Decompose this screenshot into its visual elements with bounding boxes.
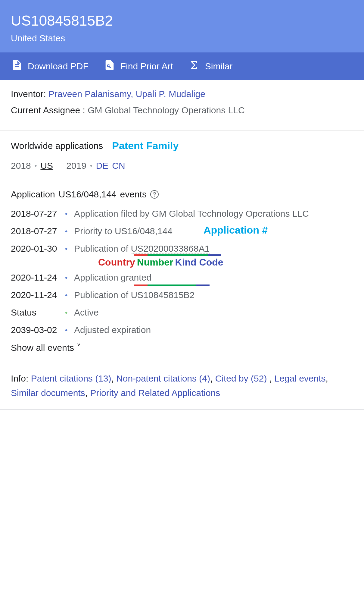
bullet-dot: • <box>35 162 37 170</box>
info-link[interactable]: Patent citations (13) <box>31 373 111 383</box>
document-icon <box>11 59 23 73</box>
inventor-label: Inventor: <box>11 89 46 99</box>
event-desc: Publication of US10845815B2 <box>74 290 353 300</box>
event-row: 2018-07-27 • Priority to US16/048,144 Ap… <box>11 226 353 237</box>
assignee-label[interactable]: Current Assignee <box>11 105 80 116</box>
similar-button[interactable]: Similar <box>188 59 233 73</box>
sigma-icon <box>188 59 200 73</box>
event-desc: Application granted <box>74 272 353 283</box>
event-row: 2020-11-24 • Publication of US10845815B2 <box>11 290 353 301</box>
patent-card: US10845815B2 United States Download PDF … <box>0 0 364 410</box>
bullet-icon: • <box>65 226 74 237</box>
event-desc: Publication of US20200033868A1 Country N… <box>74 244 353 254</box>
event-desc: Adjusted expiration <box>74 325 353 335</box>
toolbar: Download PDF Find Prior Art Similar <box>0 52 364 80</box>
similar-label: Similar <box>205 61 233 71</box>
event-row: 2020-11-24 • Application granted <box>11 272 353 283</box>
download-pdf-label: Download PDF <box>28 61 89 71</box>
event-date: 2039-03-02 <box>11 325 65 335</box>
find-prior-art-label: Find Prior Art <box>120 61 173 71</box>
bullet-icon: • <box>65 290 74 301</box>
info-label: Info: <box>11 373 28 383</box>
worldwide-row: Worldwide applications Patent Family <box>11 140 353 152</box>
patent-number-title: US10845815B2 <box>11 12 353 29</box>
search-doc-icon <box>104 59 116 73</box>
help-icon[interactable]: ? <box>150 190 159 199</box>
event-date: 2020-01-30 <box>11 244 65 254</box>
bullet-dot: • <box>90 162 92 170</box>
event-date: 2020-11-24 <box>11 290 65 300</box>
inventor-link[interactable]: Praveen Palanisamy <box>48 89 131 99</box>
worldwide-title: Worldwide applications <box>11 141 103 151</box>
annotation-application-number: Application # <box>204 224 268 236</box>
info-link[interactable]: Cited by (52) <box>215 373 267 383</box>
find-prior-art-button[interactable]: Find Prior Art <box>104 59 173 73</box>
annotation-kind-code: Kind Code <box>175 257 223 268</box>
meta-section: Inventor: Praveen Palanisamy, Upali P. M… <box>0 80 364 131</box>
publication-link[interactable]: US20200033868A1 <box>131 244 210 254</box>
chevron-down-icon: ˅ <box>76 342 81 353</box>
application-number: US16/048,144 <box>59 189 117 200</box>
event-date: 2018-07-27 <box>11 226 65 236</box>
underline-annotation <box>134 254 221 256</box>
show-all-events-button[interactable]: Show all events ˅ <box>11 342 353 353</box>
header: US10845815B2 United States <box>0 0 364 52</box>
info-link[interactable]: Legal events <box>274 373 325 383</box>
event-date: 2018-07-27 <box>11 209 65 219</box>
event-row: 2039-03-02 • Adjusted expiration <box>11 325 353 336</box>
event-desc: Application filed by GM Global Technolog… <box>74 209 353 219</box>
country-code-link[interactable]: CN <box>112 161 125 171</box>
underline-annotation <box>134 284 210 286</box>
event-row: Status • Active <box>11 307 353 318</box>
event-status-value: Active <box>74 307 353 318</box>
worldwide-apps-line: 2018 • US 2019 • DE CN <box>11 161 353 171</box>
publication-link[interactable]: US10845815B2 <box>131 290 194 300</box>
annotation-number: Number <box>137 257 173 268</box>
info-link[interactable]: Similar documents <box>11 388 85 398</box>
info-link[interactable]: Priority and Related Applications <box>90 388 220 398</box>
bullet-icon: • <box>65 272 74 283</box>
event-row: 2018-07-27 • Application filed by GM Glo… <box>11 209 353 219</box>
annotation-country: Country <box>98 257 135 268</box>
assignee-row: Current Assignee : GM Global Technology … <box>11 105 353 115</box>
applications-section: Worldwide applications Patent Family 201… <box>0 131 364 362</box>
bullet-icon: • <box>65 307 74 318</box>
annotation-patent-family: Patent Family <box>112 140 179 152</box>
inventor-link[interactable]: Upali P. Mudalige <box>136 89 205 99</box>
event-date: 2020-11-24 <box>11 272 65 283</box>
event-row: 2020-01-30 • Publication of US2020003386… <box>11 244 353 254</box>
download-pdf-button[interactable]: Download PDF <box>11 59 89 73</box>
annotation-parts: Country Number Kind Code <box>98 257 223 268</box>
country-code-link[interactable]: DE <box>96 161 109 171</box>
info-link[interactable]: Non-patent citations (4) <box>116 373 210 383</box>
event-status-label: Status <box>11 307 65 318</box>
info-section: Info: Patent citations (13), Non-patent … <box>0 362 364 409</box>
divider <box>11 180 353 180</box>
bullet-icon: • <box>65 325 74 336</box>
bullet-icon: • <box>65 209 74 219</box>
app-year: 2018 <box>11 161 31 171</box>
bullet-icon: • <box>65 244 74 254</box>
app-year: 2019 <box>66 161 86 171</box>
country-code-active[interactable]: US <box>40 161 53 171</box>
events-title: Application US16/048,144 events ? <box>11 189 353 200</box>
assignee-value: GM Global Technology Operations LLC <box>88 105 244 115</box>
inventor-row: Inventor: Praveen Palanisamy, Upali P. M… <box>11 89 353 99</box>
country-subtitle: United States <box>11 33 353 43</box>
